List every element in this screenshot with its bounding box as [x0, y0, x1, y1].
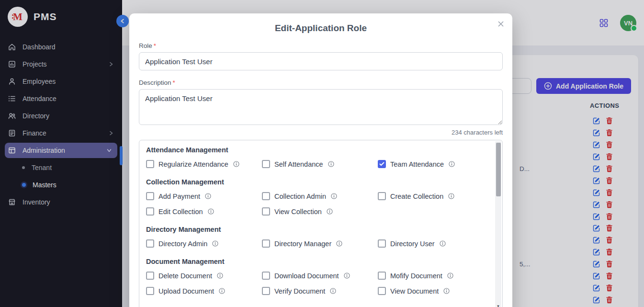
edit-application-role-modal: Edit-Application Role Role* Description*… [129, 13, 512, 307]
permission-directory-admin[interactable]: Directory Admin [146, 239, 262, 248]
section-title: Collection Management [146, 178, 494, 186]
modal-title: Edit-Application Role [139, 13, 503, 34]
permission-label: Mofify Document [390, 272, 442, 280]
permission-label: Edit Collection [158, 208, 203, 216]
permission-view-collection[interactable]: View Collection [262, 207, 378, 216]
permission-team-attendance[interactable]: Team Attendance [378, 160, 494, 168]
checkbox-unchecked[interactable] [146, 239, 154, 248]
permission-label: Delete Document [158, 272, 212, 280]
description-label-text: Description [139, 79, 171, 86]
checkbox-checked[interactable] [378, 160, 386, 168]
permission-download-document[interactable]: Download Document [262, 272, 378, 280]
permission-section-directory-management: Directory ManagementDirectory AdminDirec… [146, 226, 494, 248]
checkbox-unchecked[interactable] [262, 160, 270, 168]
info-icon[interactable] [217, 273, 223, 279]
info-icon[interactable] [336, 240, 342, 247]
checkbox-unchecked[interactable] [146, 192, 154, 200]
role-label: Role* [139, 42, 503, 49]
permission-delete-document[interactable]: Delete Document [146, 272, 262, 280]
permission-add-payment[interactable]: Add Payment [146, 192, 262, 200]
permission-label: Directory Manager [274, 240, 331, 248]
permission-label: Directory Admin [158, 240, 207, 248]
info-icon[interactable] [205, 193, 211, 199]
required-asterisk: * [173, 79, 175, 86]
info-icon[interactable] [443, 288, 450, 294]
permission-create-collection[interactable]: Create Collection [378, 192, 494, 200]
checkbox-unchecked[interactable] [378, 272, 386, 280]
permission-label: Regularize Attendance [158, 160, 228, 168]
checkbox-unchecked[interactable] [146, 160, 154, 168]
checkbox-unchecked[interactable] [146, 272, 154, 280]
role-label-text: Role [139, 42, 152, 49]
checkbox-unchecked[interactable] [262, 239, 270, 248]
section-title: Directory Management [146, 226, 494, 233]
permission-section-collection-management: Collection ManagementAdd PaymentCollecti… [146, 178, 494, 216]
checkbox-unchecked[interactable] [378, 192, 386, 200]
permission-label: Upload Document [158, 287, 214, 295]
permission-label: Directory User [390, 240, 435, 248]
permission-label: View Document [390, 287, 439, 295]
info-icon[interactable] [208, 208, 214, 215]
checkbox-unchecked[interactable] [378, 287, 386, 295]
checkbox-unchecked[interactable] [146, 287, 154, 295]
close-icon[interactable] [497, 20, 505, 28]
permission-edit-collection[interactable]: Edit Collection [146, 207, 262, 216]
info-icon[interactable] [327, 208, 333, 215]
permission-self-attendance[interactable]: Self Attendance [262, 160, 378, 168]
permission-section-document-management: Document ManagementDelete DocumentDownlo… [146, 258, 494, 295]
info-icon[interactable] [330, 288, 336, 294]
info-icon[interactable] [448, 193, 454, 199]
permission-label: Collection Admin [274, 193, 326, 200]
permission-label: Download Document [274, 272, 339, 280]
info-icon[interactable] [328, 161, 334, 167]
info-icon[interactable] [331, 193, 337, 199]
info-icon[interactable] [344, 273, 350, 279]
permission-collection-admin[interactable]: Collection Admin [262, 192, 378, 200]
characters-left: 234 characters left [139, 129, 503, 136]
permission-directory-manager[interactable]: Directory Manager [262, 239, 378, 248]
checkbox-unchecked[interactable] [262, 192, 270, 200]
permission-grid: Add PaymentCollection AdminCreate Collec… [146, 192, 494, 216]
info-icon[interactable] [440, 240, 446, 247]
permission-section-attendance-management: Attendance ManagementRegularize Attendan… [146, 146, 494, 168]
permission-grid: Delete DocumentDownload DocumentMofify D… [146, 272, 494, 295]
permission-label: Team Attendance [390, 160, 444, 168]
info-icon[interactable] [233, 161, 239, 167]
description-label: Description* [139, 79, 503, 86]
permissions-scrollbar[interactable]: ▼ [495, 141, 501, 307]
permission-directory-user[interactable]: Directory User [378, 239, 494, 248]
permission-label: View Collection [274, 208, 322, 216]
info-icon[interactable] [449, 161, 455, 167]
permissions-list: Attendance ManagementRegularize Attendan… [139, 140, 494, 307]
checkbox-unchecked[interactable] [378, 239, 386, 248]
permissions-box: Attendance ManagementRegularize Attendan… [139, 140, 503, 307]
info-icon[interactable] [447, 273, 453, 279]
checkbox-unchecked[interactable] [262, 287, 270, 295]
info-icon[interactable] [219, 288, 225, 294]
permission-label: Verify Document [274, 287, 325, 295]
section-title: Attendance Management [146, 146, 494, 154]
permission-grid: Regularize AttendanceSelf AttendanceTeam… [146, 160, 494, 168]
permission-regularize-attendance[interactable]: Regularize Attendance [146, 160, 262, 168]
permission-label: Self Attendance [274, 160, 323, 168]
permission-label: Add Payment [158, 193, 200, 200]
scrollbar-thumb[interactable] [496, 143, 501, 196]
required-asterisk: * [154, 42, 156, 49]
permission-label: Create Collection [390, 193, 443, 200]
permission-verify-document[interactable]: Verify Document [262, 287, 378, 295]
info-icon[interactable] [212, 240, 218, 247]
permission-upload-document[interactable]: Upload Document [146, 287, 262, 295]
permission-grid: Directory AdminDirectory ManagerDirector… [146, 239, 494, 248]
scrollbar-down-arrow-icon[interactable]: ▼ [495, 304, 501, 307]
checkbox-unchecked[interactable] [262, 272, 270, 280]
section-title: Document Management [146, 258, 494, 265]
checkbox-unchecked[interactable] [262, 207, 270, 216]
permission-mofify-document[interactable]: Mofify Document [378, 272, 494, 280]
description-textarea[interactable]: Application Test User [139, 89, 503, 125]
role-input[interactable] [139, 52, 503, 70]
checkbox-unchecked[interactable] [146, 207, 154, 216]
permission-view-document[interactable]: View Document [378, 287, 494, 295]
